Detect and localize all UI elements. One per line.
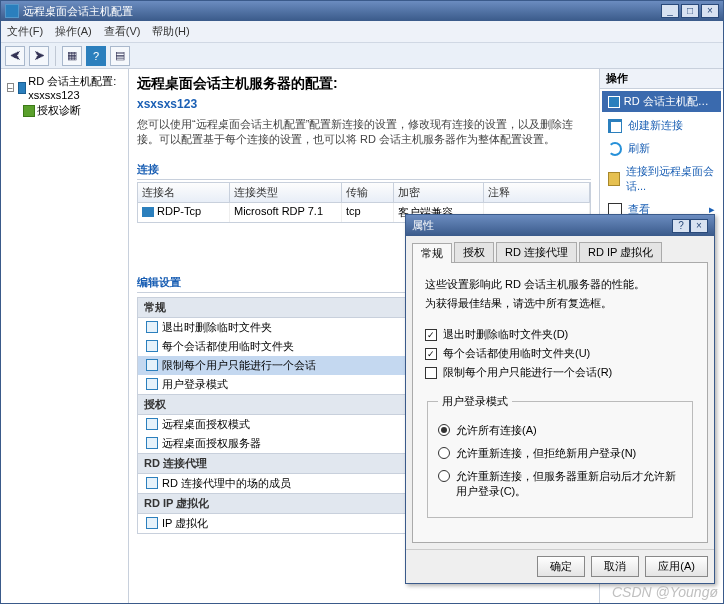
menu-view[interactable]: 查看(V) — [104, 24, 141, 39]
toolbar: ⮜ ⮞ ▦ ? ▤ — [1, 43, 723, 69]
menu-help[interactable]: 帮助(H) — [152, 24, 189, 39]
dialog-title: 属性 — [412, 218, 434, 233]
properties-toolbar-button[interactable]: ▤ — [110, 46, 130, 66]
col-encryption[interactable]: 加密 — [394, 183, 484, 203]
tree-pane: – RD 会话主机配置: xsxsxs123 授权诊断 — [1, 69, 129, 603]
refresh-icon — [608, 142, 622, 156]
action-connect-to[interactable]: 连接到远程桌面会话... — [600, 160, 723, 198]
minimize-button[interactable]: _ — [661, 4, 679, 18]
app-icon — [5, 4, 19, 18]
setting-icon — [146, 359, 158, 371]
logon-mode-legend: 用户登录模式 — [438, 394, 512, 409]
close-button[interactable]: × — [701, 4, 719, 18]
titlebar: 远程桌面会话主机配置 _ □ × — [1, 1, 723, 21]
server-name: xsxsxs123 — [137, 97, 591, 111]
checkbox-delete-temp[interactable]: ✓退出时删除临时文件夹(D) — [425, 327, 695, 342]
apply-button[interactable]: 应用(A) — [645, 556, 708, 577]
col-comment[interactable]: 注释 — [484, 183, 590, 203]
radio-allow-reconnect-until-restart[interactable]: 允许重新连接，但服务器重新启动后才允许新用户登录(C)。 — [438, 469, 682, 499]
grid-header: 连接名 连接类型 传输 加密 注释 — [138, 183, 590, 203]
window-title: 远程桌面会话主机配置 — [23, 4, 133, 19]
dialog-tabs: 常规 授权 RD 连接代理 RD IP 虚拟化 — [406, 236, 714, 262]
dialog-close-button[interactable]: × — [690, 219, 708, 233]
menubar: 文件(F) 操作(A) 查看(V) 帮助(H) — [1, 21, 723, 43]
dialog-intro1: 这些设置影响此 RD 会话主机服务器的性能。 — [425, 277, 695, 292]
radio-icon — [438, 424, 450, 436]
expand-icon[interactable]: – — [7, 83, 14, 92]
dialog-titlebar: 属性 ? × — [406, 215, 714, 236]
connections-heading: 连接 — [137, 160, 591, 180]
checkbox-icon: ✓ — [425, 329, 437, 341]
dialog-help-button[interactable]: ? — [672, 219, 690, 233]
checkbox-per-session-temp[interactable]: ✓每个会话都使用临时文件夹(U) — [425, 346, 695, 361]
col-name[interactable]: 连接名 — [138, 183, 230, 203]
setting-icon — [146, 437, 158, 449]
rdp-icon — [142, 207, 154, 217]
forward-button[interactable]: ⮞ — [29, 46, 49, 66]
checkbox-icon — [425, 367, 437, 379]
tab-general[interactable]: 常规 — [412, 243, 452, 263]
server-icon — [18, 82, 27, 94]
menu-file[interactable]: 文件(F) — [7, 24, 43, 39]
page-description: 您可以使用“远程桌面会话主机配置”配置新连接的设置，修改现有连接的设置，以及删除… — [137, 117, 591, 148]
col-type[interactable]: 连接类型 — [230, 183, 342, 203]
cancel-button[interactable]: 取消 — [591, 556, 639, 577]
tree-child-label: 授权诊断 — [37, 103, 81, 118]
tab-license[interactable]: 授权 — [454, 242, 494, 262]
connect-icon — [608, 172, 620, 186]
tab-broker[interactable]: RD 连接代理 — [496, 242, 577, 262]
radio-allow-reconnect-deny-new[interactable]: 允许重新连接，但拒绝新用户登录(N) — [438, 446, 682, 461]
menu-action[interactable]: 操作(A) — [55, 24, 92, 39]
setting-icon — [146, 378, 158, 390]
tree-root-node[interactable]: – RD 会话主机配置: xsxsxs123 — [5, 73, 124, 102]
radio-icon — [438, 447, 450, 459]
checkbox-icon: ✓ — [425, 348, 437, 360]
setting-icon — [146, 340, 158, 352]
action-refresh[interactable]: 刷新 — [600, 137, 723, 160]
back-button[interactable]: ⮜ — [5, 46, 25, 66]
setting-icon — [146, 321, 158, 333]
dialog-intro2: 为获得最佳结果，请选中所有复选框。 — [425, 296, 695, 311]
actions-selected-node[interactable]: RD 会话主机配置: xs... — [602, 91, 721, 112]
show-hide-tree-button[interactable]: ▦ — [62, 46, 82, 66]
new-connection-icon — [608, 119, 622, 133]
radio-allow-all[interactable]: 允许所有连接(A) — [438, 423, 682, 438]
maximize-button[interactable]: □ — [681, 4, 699, 18]
separator — [55, 46, 56, 66]
page-heading: 远程桌面会话主机服务器的配置: — [137, 75, 591, 93]
server-icon — [608, 96, 620, 108]
checkbox-restrict-single-session[interactable]: 限制每个用户只能进行一个会话(R) — [425, 365, 695, 380]
logon-mode-group: 用户登录模式 允许所有连接(A) 允许重新连接，但拒绝新用户登录(N) 允许重新… — [427, 394, 693, 518]
tree-child-node[interactable]: 授权诊断 — [5, 102, 124, 119]
license-diag-icon — [23, 105, 35, 117]
properties-dialog: 属性 ? × 常规 授权 RD 连接代理 RD IP 虚拟化 这些设置影响此 R… — [405, 214, 715, 584]
ok-button[interactable]: 确定 — [537, 556, 585, 577]
setting-icon — [146, 517, 158, 529]
setting-icon — [146, 418, 158, 430]
help-toolbar-button[interactable]: ? — [86, 46, 106, 66]
dialog-body: 这些设置影响此 RD 会话主机服务器的性能。 为获得最佳结果，请选中所有复选框。… — [412, 262, 708, 543]
dialog-buttons: 确定 取消 应用(A) — [406, 549, 714, 583]
actions-heading: 操作 — [600, 69, 723, 89]
action-new-connection[interactable]: 创建新连接 — [600, 114, 723, 137]
radio-icon — [438, 470, 450, 482]
col-transport[interactable]: 传输 — [342, 183, 394, 203]
tab-ipv[interactable]: RD IP 虚拟化 — [579, 242, 662, 262]
setting-icon — [146, 477, 158, 489]
tree-root-label: RD 会话主机配置: xsxsxs123 — [28, 74, 122, 101]
